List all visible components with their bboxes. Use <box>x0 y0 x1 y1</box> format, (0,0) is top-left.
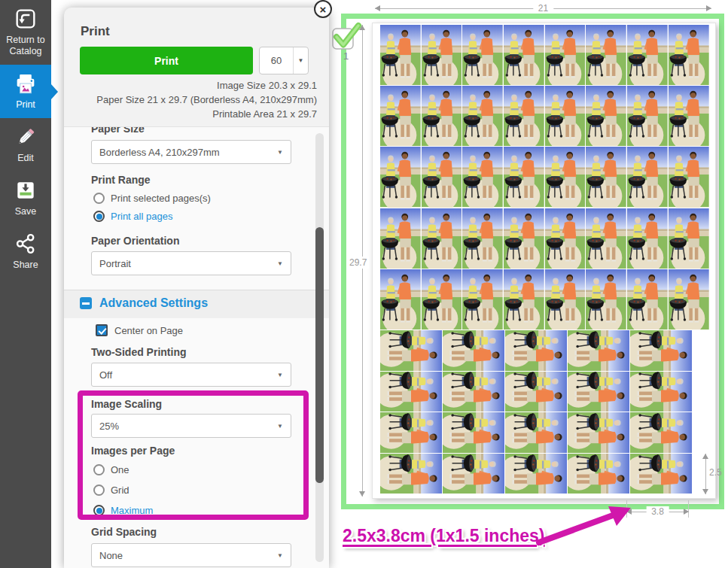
photo-thumbnail <box>627 208 669 269</box>
photo-thumbnail-rotated <box>630 454 693 495</box>
paper-size-info: Paper Size 21 x 29.7 (Borderless A4, 210… <box>96 93 317 107</box>
photo-thumbnail-rotated <box>568 412 630 454</box>
photo-thumbnail-rotated <box>505 454 568 495</box>
sidebar-item-edit[interactable]: Edit <box>0 118 51 172</box>
cell-width-label: 3.8 <box>646 506 669 517</box>
radio-images-one[interactable]: One <box>93 464 129 475</box>
paper-orientation-value: Portrait <box>99 258 131 269</box>
chevron-down-icon: ▼ <box>277 149 283 156</box>
close-button[interactable]: × <box>314 0 332 18</box>
page-selected-checkmark[interactable] <box>328 20 363 53</box>
size-annotation-text: 2.5x3.8cm (1x1.5 inches) <box>343 526 545 546</box>
return-icon <box>13 7 38 31</box>
annotation-arrow-icon <box>527 501 636 548</box>
photo-thumbnail <box>627 269 669 330</box>
checkbox-checked-icon <box>96 324 108 336</box>
share-icon <box>13 232 38 256</box>
page-height-label: 29.7 <box>347 257 369 269</box>
photo-thumbnail <box>586 25 627 86</box>
grid-spacing-value: None <box>99 550 123 561</box>
radio-icon <box>93 193 105 204</box>
radio-images-grid[interactable]: Grid <box>93 484 129 496</box>
photo-thumbnail-rotated <box>630 412 693 454</box>
print-dialog-title: Print <box>81 24 110 39</box>
page-width-label: 21 <box>533 3 553 14</box>
photo-thumbnail-rotated <box>380 372 443 413</box>
print-button[interactable]: Print <box>80 47 253 74</box>
two-sided-select[interactable]: Off ▼ <box>91 363 291 387</box>
image-scaling-value: 25% <box>99 421 119 432</box>
sidebar-item-label: Return to Catalog <box>2 35 49 57</box>
photo-thumbnail <box>504 269 545 330</box>
sidebar-item-save[interactable]: Save <box>0 172 51 225</box>
photo-thumbnail <box>627 86 669 147</box>
checkbox-label: Center on Page <box>114 325 183 336</box>
chevron-down-icon: ▼ <box>277 423 283 430</box>
collapse-icon <box>80 297 92 309</box>
photo-thumbnail <box>669 86 710 147</box>
sidebar-item-share[interactable]: Share <box>0 225 51 278</box>
advanced-settings-toggle[interactable]: Advanced Settings <box>80 296 208 310</box>
panel-scrollbar-thumb[interactable] <box>315 227 324 483</box>
two-sided-label: Two-Sided Printing <box>91 346 187 358</box>
grid-spacing-label: Grid Spacing <box>91 526 157 538</box>
radio-icon <box>93 464 105 475</box>
rotated-photo-grid <box>380 330 693 494</box>
print-dialog: Print Print 60 ▼ Image Size 20.3 x 29.1 … <box>64 8 329 568</box>
portrait-photo-grid <box>380 25 710 330</box>
center-on-page-checkbox[interactable]: Center on Page <box>96 324 183 336</box>
radio-images-maximum[interactable]: Maximum <box>93 505 153 516</box>
grid-spacing-select[interactable]: None ▼ <box>91 543 291 567</box>
photo-thumbnail <box>422 208 463 269</box>
advanced-settings-label: Advanced Settings <box>99 296 208 310</box>
photo-thumbnail <box>462 25 504 86</box>
two-sided-value: Off <box>99 369 112 381</box>
photo-thumbnail <box>545 208 586 269</box>
photo-thumbnail <box>380 25 422 86</box>
sidebar-item-return-to-catalog[interactable]: Return to Catalog <box>0 0 51 65</box>
photo-thumbnail <box>462 86 504 147</box>
sidebar-item-label: Edit <box>17 153 34 164</box>
paper-size-select[interactable]: Borderless A4, 210x297mm ▼ <box>91 140 291 164</box>
chevron-down-icon: ▼ <box>293 47 308 74</box>
photo-thumbnail <box>380 269 422 330</box>
image-scaling-select[interactable]: 25% ▼ <box>91 414 291 438</box>
copies-select[interactable]: 60 ▼ <box>259 47 309 74</box>
photo-thumbnail <box>627 25 669 86</box>
chevron-down-icon: ▼ <box>277 260 283 267</box>
photo-thumbnail <box>504 86 545 147</box>
photo-thumbnail <box>669 147 710 208</box>
radio-label: Print all pages <box>111 211 172 222</box>
radio-print-selected-pages[interactable]: Print selected pages(s) <box>93 193 211 204</box>
photo-thumbnail <box>422 86 463 147</box>
photo-thumbnail <box>545 269 586 330</box>
sidebar-item-print[interactable]: Print <box>0 65 51 118</box>
photo-thumbnail <box>627 147 669 208</box>
radio-print-all-pages[interactable]: Print all pages <box>93 211 172 222</box>
photo-thumbnail-rotated <box>380 454 443 495</box>
page-width-dimension: 21 <box>375 3 711 13</box>
photo-thumbnail <box>504 147 545 208</box>
photo-thumbnail-rotated <box>505 412 568 454</box>
photo-thumbnail-rotated <box>380 330 443 372</box>
save-icon <box>13 178 38 202</box>
photo-thumbnail-rotated <box>630 330 693 372</box>
radio-label: Maximum <box>111 505 153 516</box>
photo-thumbnail <box>545 86 586 147</box>
photo-thumbnail <box>586 208 627 269</box>
photo-thumbnail <box>504 208 545 269</box>
printer-icon <box>13 71 38 96</box>
radio-label: Grid <box>111 484 129 496</box>
print-info-summary: Image Size 20.3 x 29.1 Paper Size 21 x 2… <box>96 78 317 121</box>
images-per-page-label: Images per Page <box>91 445 175 457</box>
paper-orientation-select[interactable]: Portrait ▼ <box>91 251 291 275</box>
radio-label: One <box>111 464 129 475</box>
sidebar-item-label: Print <box>16 99 35 111</box>
photo-thumbnail <box>380 208 422 269</box>
image-size-info: Image Size 20.3 x 29.1 <box>96 78 317 93</box>
photo-thumbnail <box>422 25 463 86</box>
photo-thumbnail-rotated <box>505 372 568 413</box>
photo-thumbnail <box>669 269 710 330</box>
photo-thumbnail-rotated <box>380 412 443 454</box>
photo-thumbnail-rotated <box>443 372 505 413</box>
